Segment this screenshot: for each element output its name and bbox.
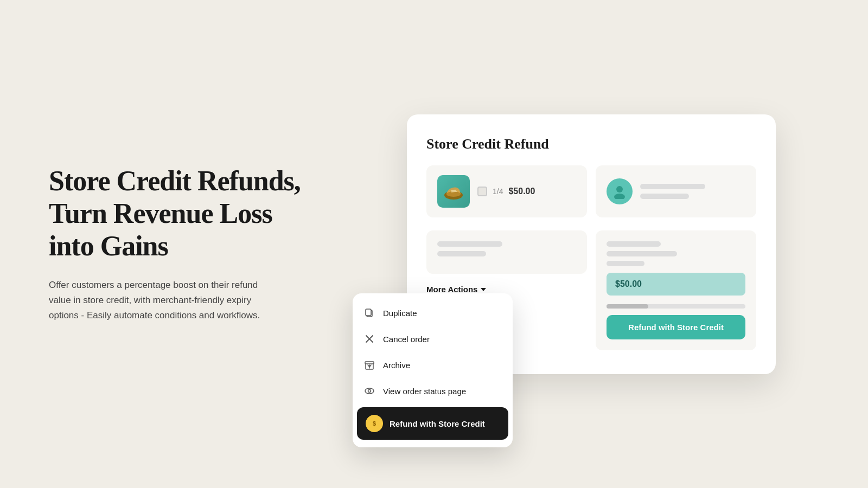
refund-with-store-credit-button[interactable]: Refund with Store Credit xyxy=(607,315,745,339)
ph-bar-3 xyxy=(607,241,661,247)
sub-text: Offer customers a percentage boost on th… xyxy=(49,278,277,323)
placeholder-line-1 xyxy=(640,184,705,189)
order-info: 1/4 $50.00 xyxy=(477,187,535,196)
chevron-down-icon xyxy=(481,288,486,291)
svg-rect-7 xyxy=(366,309,371,316)
dropdown-menu: Duplicate Cancel order Ar xyxy=(353,293,513,447)
slider-fill xyxy=(607,304,648,309)
svg-rect-10 xyxy=(365,362,374,364)
product-cell: 1/4 $50.00 xyxy=(426,165,587,217)
placeholder-line-2 xyxy=(640,194,689,199)
ph-block-1 xyxy=(437,241,576,256)
svg-point-4 xyxy=(616,186,623,192)
shoe-image xyxy=(437,175,470,208)
dropdown-item-view-status[interactable]: View order status page xyxy=(353,378,513,404)
archive-label: Archive xyxy=(383,361,410,370)
right-section: Store Credit Refund xyxy=(336,0,868,488)
archive-icon xyxy=(363,359,375,371)
order-text: 1/4 $50.00 xyxy=(477,187,535,196)
shoe-icon xyxy=(442,180,465,203)
order-qty: 1/4 xyxy=(493,187,503,196)
dropdown-item-cancel[interactable]: Cancel order xyxy=(353,326,513,352)
svg-text:$: $ xyxy=(373,420,376,427)
ph-bar-5 xyxy=(607,261,644,266)
svg-point-5 xyxy=(614,194,625,199)
avatar xyxy=(607,178,633,204)
eye-icon xyxy=(363,385,375,397)
duplicate-icon xyxy=(363,307,375,319)
cancel-icon xyxy=(363,333,375,345)
refund-store-credit-special-label: Refund with Store Credit xyxy=(390,419,485,428)
svg-point-14 xyxy=(368,390,371,393)
details-cell xyxy=(426,230,587,274)
svg-point-13 xyxy=(365,388,374,394)
duplicate-label: Duplicate xyxy=(383,309,417,318)
cancel-label: Cancel order xyxy=(383,335,430,344)
order-price: $50.00 xyxy=(508,187,535,196)
main-heading: Store Credit Refunds, Turn Revenue Loss … xyxy=(49,165,304,262)
coin-icon: $ xyxy=(366,415,383,432)
customer-info-lines xyxy=(640,184,745,199)
ph-bar-4 xyxy=(607,251,677,256)
more-actions-label: More Actions xyxy=(426,285,477,294)
svg-line-2 xyxy=(451,190,456,191)
ph-bar-1 xyxy=(437,241,502,247)
dropdown-item-refund-store-credit[interactable]: $ Refund with Store Credit xyxy=(357,407,508,440)
ph-bar-2 xyxy=(437,251,486,256)
amount-slider[interactable] xyxy=(607,304,745,309)
view-status-label: View order status page xyxy=(383,387,466,396)
refund-panel: $50.00 Refund with Store Credit xyxy=(596,230,756,350)
dropdown-item-archive[interactable]: Archive xyxy=(353,352,513,378)
avatar-icon xyxy=(612,184,627,199)
card-title: Store Credit Refund xyxy=(426,136,756,152)
order-checkbox xyxy=(477,187,487,196)
customer-cell xyxy=(596,165,756,217)
svg-point-1 xyxy=(446,191,461,197)
card-top-grid: 1/4 $50.00 xyxy=(426,165,756,217)
left-section: Store Credit Refunds, Turn Revenue Loss … xyxy=(0,121,336,367)
dropdown-item-duplicate[interactable]: Duplicate xyxy=(353,300,513,326)
amount-input[interactable]: $50.00 xyxy=(607,273,745,296)
svg-line-3 xyxy=(451,191,457,192)
refund-ph-block xyxy=(607,241,745,266)
